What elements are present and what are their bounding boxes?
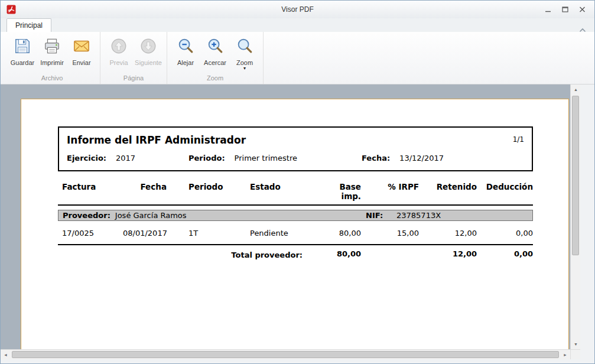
- vertical-scroll-thumb[interactable]: [572, 96, 579, 255]
- total-retenido: 12,00: [419, 249, 477, 258]
- enviar-label: Enviar: [72, 59, 90, 66]
- tab-principal-label: Principal: [15, 21, 43, 30]
- printer-icon: [43, 37, 61, 56]
- cell-retenido: 12,00: [419, 229, 477, 238]
- scroll-up-icon[interactable]: ▲: [571, 84, 580, 95]
- zoom-icon: [236, 37, 253, 56]
- previa-label: Previa: [109, 59, 128, 66]
- report-header-box: Informe del IRPF Administrador 1/1 Ejerc…: [58, 126, 533, 171]
- periodo-value: Primer trimestre: [235, 154, 297, 162]
- titlebar: Visor PDF: [1, 1, 594, 18]
- column-header: Retenido: [419, 182, 477, 201]
- guardar-label: Guardar: [11, 59, 34, 66]
- scroll-down-icon[interactable]: ▼: [571, 339, 580, 349]
- zoom-dropdown-button[interactable]: Zoom ▾: [230, 35, 259, 70]
- horizontal-scrollbar[interactable]: ◄ ►: [1, 349, 570, 359]
- cell-periodo: 1T: [167, 229, 241, 238]
- ribbon-group-zoom: Alejar Acercar Zoom ▾ Zoom: [167, 32, 264, 84]
- close-icon[interactable]: [578, 6, 586, 13]
- siguiente-label: Siguiente: [135, 59, 162, 66]
- window-controls: [544, 6, 586, 13]
- provider-label: Proveedor:: [63, 211, 110, 220]
- report: Informe del IRPF Administrador 1/1 Ejerc…: [58, 126, 533, 259]
- column-header: Periodo: [167, 182, 241, 201]
- cell-deduccion: 0,00: [477, 229, 533, 238]
- group-label-archivo: Archivo: [8, 72, 96, 84]
- column-header: Deducción: [477, 182, 533, 201]
- zoom-in-icon: [206, 37, 224, 56]
- cell-factura: 17/0025: [58, 229, 123, 238]
- window-title: Visor PDF: [1, 5, 594, 14]
- ribbon-tabstrip: Principal: [1, 18, 594, 32]
- visor-pdf-window: Visor PDF Principal: [0, 0, 595, 364]
- column-header: Estado: [241, 182, 318, 201]
- total-row: Total proveedor: 80,00 12,00 0,00: [58, 251, 533, 259]
- document-viewport: Informe del IRPF Administrador 1/1 Ejerc…: [1, 84, 580, 359]
- scroll-left-icon[interactable]: ◄: [1, 350, 11, 359]
- nif-label: NIF:: [366, 210, 383, 220]
- group-label-pagina: Página: [104, 72, 163, 84]
- acercar-button[interactable]: Acercar: [200, 35, 230, 66]
- maximize-icon[interactable]: [561, 6, 569, 13]
- pdf-app-icon: [6, 5, 16, 14]
- enviar-button[interactable]: Enviar: [67, 35, 96, 66]
- total-divider: [58, 244, 533, 245]
- cell-fecha: 08/01/2017: [123, 229, 167, 238]
- save-icon: [14, 37, 31, 56]
- report-title: Informe del IRPF Administrador: [67, 134, 246, 146]
- acercar-label: Acercar: [204, 59, 226, 66]
- horizontal-scroll-thumb[interactable]: [12, 351, 559, 358]
- next-page-icon: [139, 37, 157, 56]
- column-header: % IRPF: [361, 182, 419, 201]
- ribbon-group-pagina: Previa Siguiente Página: [100, 32, 167, 84]
- alejar-button[interactable]: Alejar: [171, 35, 200, 66]
- minimize-icon[interactable]: [544, 6, 552, 13]
- ribbon: Guardar Imprimir Enviar Archivo: [1, 32, 594, 84]
- fecha-value: 13/12/2017: [399, 154, 444, 162]
- column-header: Factura: [58, 182, 123, 201]
- tab-principal[interactable]: Principal: [6, 18, 51, 32]
- provider-band: Proveedor:José García Ramos NIF: 2378571…: [58, 210, 533, 221]
- total-base: 80,00: [318, 249, 361, 258]
- content-area: Informe del IRPF Administrador 1/1 Ejerc…: [1, 84, 594, 363]
- imprimir-label: Imprimir: [40, 59, 64, 66]
- ejercicio-value: 2017: [116, 154, 135, 162]
- column-header: Base imp.: [318, 182, 361, 201]
- table-row: 17/0025 08/01/2017 1T Pendiente 80,00 15…: [58, 229, 533, 238]
- zoom-dropdown-icon: ▾: [243, 66, 246, 70]
- column-header: Fecha: [123, 182, 167, 201]
- scrollbar-corner: [570, 349, 580, 359]
- nif-value: 23785713X: [396, 210, 441, 220]
- previa-button[interactable]: Previa: [104, 35, 134, 66]
- ribbon-collapse-icon[interactable]: [579, 24, 586, 29]
- scroll-right-icon[interactable]: ►: [560, 350, 570, 359]
- total-label: Total proveedor:: [58, 251, 318, 259]
- periodo-label: Periodo:: [188, 154, 225, 162]
- cell-irpf: 15,00: [361, 229, 419, 238]
- table-header-row: Factura Fecha Periodo Estado Base imp. %…: [58, 182, 533, 206]
- provider-name: José García Ramos: [115, 211, 187, 220]
- pdf-page: Informe del IRPF Administrador 1/1 Ejerc…: [21, 99, 569, 359]
- imprimir-button[interactable]: Imprimir: [37, 35, 67, 66]
- guardar-button[interactable]: Guardar: [8, 35, 37, 66]
- report-meta: Ejercicio:2017 Periodo:Primer trimestre …: [67, 154, 524, 162]
- cell-estado: Pendiente: [241, 229, 318, 238]
- envelope-icon: [73, 37, 90, 56]
- siguiente-button[interactable]: Siguiente: [134, 35, 163, 66]
- vertical-scrollbar[interactable]: ▲ ▼: [570, 84, 580, 349]
- zoom-out-icon: [177, 37, 194, 56]
- ribbon-group-archivo: Guardar Imprimir Enviar Archivo: [4, 32, 100, 84]
- ejercicio-label: Ejercicio:: [67, 154, 106, 162]
- page-indicator: 1/1: [513, 134, 524, 144]
- previous-page-icon: [110, 37, 128, 56]
- group-label-zoom: Zoom: [171, 72, 259, 84]
- alejar-label: Alejar: [177, 59, 194, 66]
- total-deduccion: 0,00: [477, 249, 533, 258]
- cell-base: 80,00: [318, 229, 361, 238]
- fecha-label: Fecha:: [362, 154, 390, 162]
